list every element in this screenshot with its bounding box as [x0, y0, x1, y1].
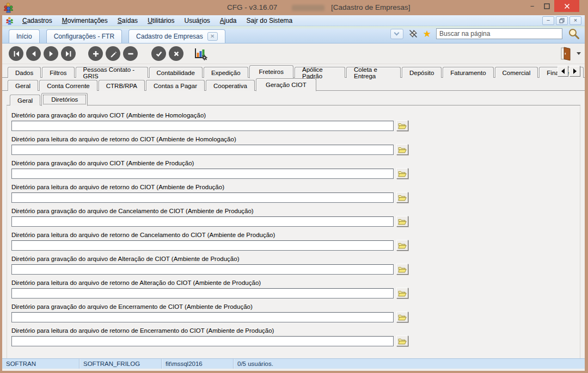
app-icon-small: [5, 16, 14, 25]
menu-item-cadastros[interactable]: Cadastros: [17, 16, 57, 26]
doc-tab-configuracoes-ftr[interactable]: Configurações - FTR: [46, 29, 122, 43]
tab-geral[interactable]: Geral: [8, 80, 38, 91]
browse-folder-button[interactable]: [396, 240, 408, 251]
folder-open-icon: [398, 338, 407, 345]
next-record-button[interactable]: [44, 46, 58, 61]
tab-expedicao[interactable]: Expedição: [204, 67, 248, 78]
mdi-restore-button[interactable]: [556, 16, 568, 25]
status-users-count: 0/5 usuários.: [234, 359, 585, 369]
mdi-minimize-button[interactable]: −: [542, 16, 554, 25]
directory-input-leitura-retorno-ciot-homologacao[interactable]: [11, 145, 394, 155]
maximize-button[interactable]: [540, 0, 554, 12]
tab-ctrb-rpa[interactable]: CTRB/RPA: [99, 80, 145, 91]
window-border-right: [585, 15, 588, 373]
edit-icon: [109, 50, 117, 58]
cancel-button[interactable]: [169, 46, 183, 61]
app-icon: [3, 2, 14, 13]
directory-input-leitura-retorno-cancelamento[interactable]: [11, 240, 394, 251]
folder-open-icon: [398, 146, 407, 153]
tab-diretorios[interactable]: Diretórios: [41, 93, 88, 106]
doc-tab-inicio[interactable]: Início: [9, 29, 40, 43]
field-label: Diretório para gravação do arquivo de En…: [11, 303, 580, 310]
prior-record-button[interactable]: [26, 46, 41, 61]
search-icon[interactable]: [567, 27, 580, 40]
field-label: Diretório para leitura do arquivo de ret…: [11, 136, 580, 142]
tab-contabilidade[interactable]: Contabilidade: [149, 67, 203, 78]
insert-button[interactable]: [88, 46, 103, 61]
browse-folder-button[interactable]: [396, 168, 408, 179]
tab-contas-a-pagar[interactable]: Contas a Pagar: [146, 80, 205, 91]
tab-scroll-left-icon: [561, 69, 565, 74]
browse-folder-button[interactable]: [396, 335, 408, 346]
directory-input-gravacao-cancelamento[interactable]: [11, 216, 394, 227]
tab-coleta-e-entrega[interactable]: Coleta e Entrega: [346, 67, 401, 78]
tab-filtros[interactable]: Filtros: [42, 67, 74, 78]
redacted-company-name: [292, 5, 324, 11]
tab-geracao-ciot[interactable]: Geração CIOT: [256, 78, 316, 91]
status-database-name: SOFTRAN_FRILOG: [79, 359, 162, 369]
field-group: Diretório para leitura do arquivo de ret…: [11, 184, 580, 203]
menu-item-saidas[interactable]: Saídas: [113, 16, 143, 26]
field-label: Diretório para leitura do arquivo de ret…: [11, 232, 580, 238]
favorite-icon[interactable]: ★: [423, 29, 431, 39]
menu-item-ajuda[interactable]: Ajuda: [215, 16, 242, 26]
menu-item-sair-do-sistema[interactable]: Sair do Sistema: [242, 16, 298, 26]
mdi-close-button[interactable]: ×: [569, 16, 581, 25]
delete-button[interactable]: [123, 46, 138, 61]
directory-input-gravacao-encerramento[interactable]: [11, 312, 394, 322]
browse-folder-button[interactable]: [396, 120, 408, 131]
window-controls: −: [525, 0, 579, 12]
browse-folder-button[interactable]: [396, 144, 408, 155]
directory-input-gravacao-ciot-producao[interactable]: [11, 169, 394, 179]
directory-input-leitura-retorno-encerramento[interactable]: [11, 336, 394, 346]
menu-item-utilitarios[interactable]: Utilitários: [143, 16, 179, 26]
tab-cooperativa[interactable]: Cooperativa: [206, 80, 255, 91]
directory-input-leitura-retorno-alteracao[interactable]: [11, 288, 394, 299]
maximize-icon: [544, 3, 550, 9]
status-bar: SOFTRAN SOFTRAN_FRILOG fit\mssql2016 0/5…: [2, 358, 585, 369]
doc-tab-cadastro-de-empresas[interactable]: Cadastro de Empresas ✕: [128, 29, 225, 43]
directory-input-gravacao-alteracao[interactable]: [11, 264, 394, 275]
tab-scroll-left-button[interactable]: [558, 66, 568, 77]
doc-tab-label: Início: [16, 33, 32, 40]
browse-folder-button[interactable]: [396, 216, 408, 227]
exit-button[interactable]: [558, 46, 574, 62]
folder-open-icon: [398, 170, 407, 177]
confirm-button[interactable]: [151, 46, 166, 61]
directory-input-gravacao-ciot-homologacao[interactable]: [11, 121, 394, 131]
tab-faturamento[interactable]: Faturamento: [443, 67, 493, 78]
directory-input-leitura-retorno-ciot-producao[interactable]: [11, 192, 394, 203]
chart-settings-button[interactable]: [193, 46, 208, 61]
tab-comercial[interactable]: Comercial: [495, 67, 538, 78]
browse-folder-button[interactable]: [396, 264, 408, 275]
tab-apolice-padrao[interactable]: Apólice Padrão: [295, 67, 345, 78]
close-button[interactable]: [554, 0, 579, 12]
page-tabs-level3: Geral Diretórios: [7, 93, 580, 105]
toolbar-more-icon: [577, 52, 581, 55]
tab-scroll-right-button[interactable]: [569, 66, 580, 77]
chevron-down-button[interactable]: [390, 29, 403, 39]
first-record-button[interactable]: [9, 46, 23, 61]
last-record-button[interactable]: [61, 46, 76, 61]
doc-tab-label: Cadastro de Empresas: [136, 33, 203, 40]
tab-scroll-right-icon: [573, 69, 577, 74]
field-label: Diretório para gravação do arquivo de Ca…: [11, 208, 580, 214]
browse-folder-button[interactable]: [396, 288, 408, 299]
browse-folder-button[interactable]: [396, 192, 408, 203]
tab-dados[interactable]: Dados: [8, 67, 41, 78]
tab-freteiros[interactable]: Freteiros: [249, 65, 293, 78]
menu-item-movimentacoes[interactable]: Movimentações: [57, 16, 113, 26]
tab-conta-corrente[interactable]: Conta Corrente: [39, 80, 97, 91]
menu-item-usuarios[interactable]: Usuários: [179, 16, 215, 26]
search-input[interactable]: [436, 28, 562, 39]
tab-pessoas-contato-gris[interactable]: Pessoas Contato - GRIS: [76, 67, 148, 78]
unpin-icon[interactable]: [408, 29, 418, 39]
folder-open-icon: [398, 242, 407, 249]
tab-deposito[interactable]: Depósito: [402, 67, 442, 78]
tab-close-icon[interactable]: ✕: [207, 32, 218, 41]
toolbar-more-button[interactable]: [574, 43, 584, 64]
minimize-button[interactable]: −: [525, 0, 540, 12]
browse-folder-button[interactable]: [396, 312, 408, 322]
tab-geral-inner[interactable]: Geral: [10, 95, 40, 105]
edit-button[interactable]: [106, 46, 120, 61]
